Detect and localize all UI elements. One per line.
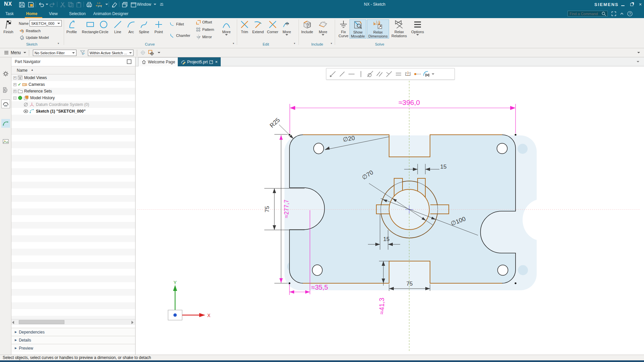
undo-icon[interactable]	[38, 1, 45, 7]
sketch-navigator-icon[interactable]	[1, 119, 10, 128]
filter-icon[interactable]	[80, 50, 86, 56]
constraint-toolbar[interactable]	[326, 68, 455, 80]
tab-overflow-caret[interactable]	[637, 61, 639, 62]
save-as-icon[interactable]	[28, 1, 34, 7]
tab-view[interactable]: View	[47, 10, 60, 17]
corner-hole[interactable]	[497, 143, 507, 154]
fix-curve-button[interactable]: Fix Curve	[337, 19, 350, 38]
scroll-right-arrow[interactable]	[131, 321, 133, 324]
curve-more-button[interactable]: More	[221, 19, 231, 36]
corner-button[interactable]: Corner	[267, 19, 278, 34]
horizontal-constraint-icon[interactable]	[347, 70, 356, 78]
vertex-dot[interactable]	[288, 282, 290, 284]
expand-icon[interactable]: +	[13, 76, 16, 79]
tab-close-icon[interactable]: ×	[215, 59, 218, 64]
midpoint-constraint-icon[interactable]	[413, 70, 422, 78]
window-icon[interactable]	[130, 1, 137, 7]
style-brush-icon[interactable]	[111, 1, 118, 7]
show-movable-button[interactable]: Show Movable	[350, 19, 366, 39]
symmetric-constraint-icon[interactable]	[404, 70, 412, 78]
expand-icon[interactable]: +	[13, 90, 16, 93]
window-cascade-icon[interactable]	[121, 1, 128, 7]
tree-item-model-history[interactable]: − Model History	[11, 95, 135, 101]
edit-more-button[interactable]: More	[282, 19, 292, 36]
constraint-navigator-icon[interactable]	[1, 100, 10, 108]
reattach-button[interactable]: Reattach	[19, 27, 41, 34]
options-button[interactable]: Options	[410, 19, 425, 36]
vertex-dot[interactable]	[515, 282, 516, 284]
vertex-dot[interactable]	[515, 134, 516, 135]
include-more-button[interactable]: More	[318, 19, 328, 36]
redo-icon[interactable]	[49, 1, 56, 7]
tab-task[interactable]: Task	[3, 10, 16, 17]
toolbar-overflow-caret[interactable]	[637, 52, 640, 53]
section-preview[interactable]: ▶Preview	[11, 344, 135, 352]
include-group-dropdown[interactable]: ▾	[331, 42, 332, 45]
offset-button[interactable]: Offset	[196, 19, 212, 25]
tree-item-model-views[interactable]: + Model Views	[11, 74, 135, 81]
profile-button[interactable]: Profile	[66, 19, 77, 34]
origin-point[interactable]	[173, 313, 177, 317]
collapse-icon[interactable]: −	[13, 97, 16, 100]
close-button[interactable]: ×	[636, 0, 644, 9]
toolbar-overflow-icon[interactable]	[158, 1, 165, 7]
relax-relations-button[interactable]: Relax Relations	[390, 19, 409, 38]
perpendicular-constraint-icon[interactable]	[385, 70, 393, 78]
sketch-name-combo[interactable]: SKETCH_000	[30, 20, 62, 26]
corner-hole[interactable]	[314, 143, 324, 154]
line-button[interactable]: Line	[113, 19, 123, 34]
tab-detach-icon[interactable]	[209, 60, 213, 64]
update-model-button[interactable]: Update Model	[19, 34, 49, 41]
copy-icon[interactable]	[67, 1, 74, 7]
extend-button[interactable]: Extend	[252, 19, 264, 34]
point-button[interactable]: Point	[154, 19, 164, 34]
corner-hole[interactable]	[498, 265, 508, 276]
section-details[interactable]: ▶Details	[11, 336, 135, 344]
tab-selection[interactable]: Selection	[67, 10, 88, 17]
help-icon[interactable]: ?	[627, 11, 633, 16]
sketch-group-dropdown[interactable]: ▾	[58, 42, 59, 45]
trim-button[interactable]: Trim	[239, 19, 250, 34]
minimize-button[interactable]	[619, 0, 627, 9]
horizontal-scrollbar[interactable]	[11, 319, 135, 325]
tree-item-sketch[interactable]: Sketch (1) "SKETCH_000"	[11, 108, 135, 115]
section-dependencies[interactable]: ▶Dependencies	[11, 328, 135, 336]
assembly-navigator-icon[interactable]	[1, 85, 10, 94]
fillet-button[interactable]: Fillet	[170, 21, 184, 27]
hidden-eye-icon[interactable]	[23, 102, 29, 107]
image-icon[interactable]	[1, 137, 10, 146]
angle-line-icon[interactable]	[338, 70, 346, 78]
search-icon[interactable]	[602, 12, 606, 16]
mirror-button[interactable]: Mirror	[196, 34, 212, 40]
gear-icon[interactable]	[1, 69, 10, 78]
scroll-thumb[interactable]	[19, 320, 64, 324]
corner-hole[interactable]	[312, 265, 322, 276]
tab-home[interactable]: Home	[24, 10, 39, 17]
tree-item-datum-csys[interactable]: Datum Coordinate System (0)	[11, 101, 135, 108]
tab-welcome-page[interactable]: Welcome Page	[138, 57, 178, 66]
save-icon[interactable]	[18, 1, 25, 7]
panel-float-icon[interactable]	[127, 59, 131, 64]
visible-eye-icon[interactable]	[23, 109, 29, 114]
graphics-window[interactable]: ≈396,0 R25 ∅20 15 ∅70	[136, 66, 644, 355]
selection-filter-combo[interactable]: No Selection Filter	[33, 50, 76, 56]
dimension-constraint-icon[interactable]	[328, 70, 337, 78]
check-icon[interactable]: ✓	[18, 82, 21, 87]
include-button[interactable]: Include	[301, 19, 313, 34]
constraint-more-caret[interactable]	[432, 73, 434, 75]
chamfer-button[interactable]: Chamfer	[170, 32, 190, 39]
tree-item-cameras[interactable]: + ✓ Cameras	[11, 81, 135, 88]
collapse-ribbon-icon[interactable]	[619, 11, 625, 16]
paste-icon[interactable]	[75, 1, 82, 7]
tab-project5[interactable]: Project5.prt ×	[178, 57, 221, 66]
scope-combo[interactable]: Within Active Sketch ...	[88, 50, 133, 56]
parallel-constraint-icon[interactable]	[375, 70, 384, 78]
vertical-constraint-icon[interactable]	[357, 70, 365, 78]
scroll-left-arrow[interactable]	[12, 321, 14, 324]
print-icon[interactable]	[86, 1, 93, 7]
measure-icon[interactable]: 1.0	[95, 1, 104, 7]
visibility-dot-icon[interactable]	[18, 96, 23, 100]
expand-icon[interactable]: +	[13, 83, 16, 86]
spline-button[interactable]: Spline	[139, 19, 149, 34]
edit-group-dropdown[interactable]: ▾	[294, 42, 295, 45]
